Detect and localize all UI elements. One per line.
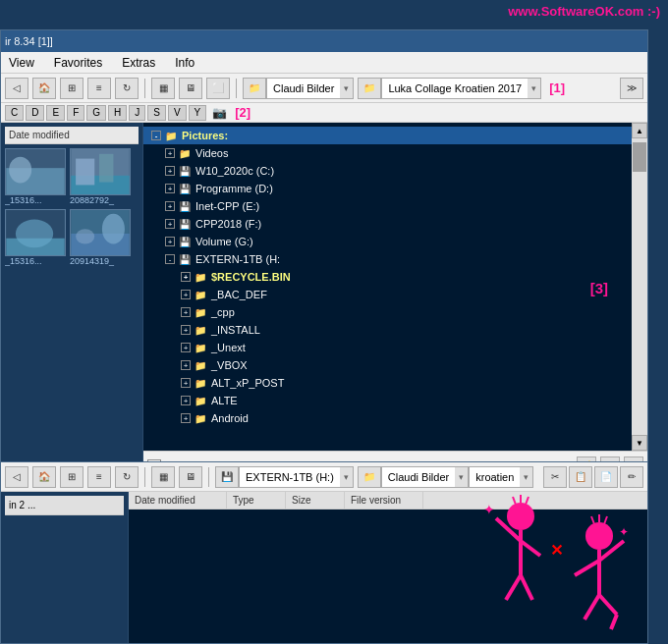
s-path-2[interactable]: Claudi Bilder [381,466,455,488]
tree-item-c-drive[interactable]: + 💾 W10_2020c (C:) [143,162,647,180]
tree-item-videos[interactable]: + 📁 Videos [143,144,647,162]
s-back-btn[interactable]: ◁ [5,466,28,488]
split-btn[interactable]: ⬜ [206,78,230,99]
svg-rect-6 [99,154,113,183]
s-edit-btn[interactable]: ✏ [620,466,643,488]
expand-icon-e[interactable]: + [165,201,175,211]
s-mon-btn[interactable]: 🖥 [179,466,202,488]
folder-icon-vbox: 📁 [194,358,207,372]
tree-item-d-drive[interactable]: + 💾 Programme (D:) [143,180,647,197]
tree-label-h: EXTERN-1TB (H: [195,253,280,265]
tree-item-pictures[interactable]: - 📁 Pictures: [143,127,647,144]
expand-icon-cpp[interactable]: + [181,307,191,317]
menu-favorites[interactable]: Favorites [50,54,106,72]
alpha-tab-y[interactable]: Y [189,105,207,121]
alpha-tab-d[interactable]: D [26,105,44,121]
s-paste-btn[interactable]: 📄 [594,466,618,488]
svg-point-13 [76,229,94,243]
s-path-3[interactable]: kroatien [469,466,520,488]
alpha-tab-c[interactable]: C [5,105,24,121]
expand-icon-bac[interactable]: + [181,290,191,299]
nav-icon[interactable]: 🏠 [32,78,56,99]
thumb-label-3: _15316... [5,256,66,266]
alpha-tab-e[interactable]: E [46,105,65,121]
tree-item-f-drive[interactable]: + 💾 CPP2018 (F:) [143,215,647,233]
view-btn[interactable]: ≡ [87,78,111,99]
tree-item-recycle[interactable]: + 📁 $RECYCLE.BIN [143,268,647,286]
expand-icon-d[interactable]: + [165,184,175,193]
expand-icon-vbox[interactable]: + [181,360,191,370]
s-cut-btn[interactable]: ✂ [543,466,567,488]
menu-extras[interactable]: Extras [118,54,159,72]
alpha-bar: C D E F G H J S V Y 📷 [2] [1,103,647,123]
s-home-btn[interactable]: 🏠 [32,466,56,488]
col-version[interactable]: File version [345,492,423,509]
path-arrow-2[interactable]: ▾ [528,78,541,99]
path-arrow-1[interactable]: ▾ [340,78,354,99]
alpha-tab-j[interactable]: J [129,105,145,121]
expand-icon-f[interactable]: + [165,219,175,229]
tree-label-vbox: _VBOX [211,359,248,371]
col-type[interactable]: Type [227,492,286,509]
tree-item-install[interactable]: + 📁 _INSTALL [143,321,647,339]
s-copy-btn[interactable]: 📋 [569,466,592,488]
tree-item-vbox[interactable]: + 📁 _VBOX [143,356,647,374]
view-mode-btn[interactable]: ▦ [151,78,175,99]
title-text: ir 8.34 [1]] [5,35,53,47]
scroll-up-btn[interactable]: ▲ [632,123,647,138]
s-path-arrow-3[interactable]: ▾ [520,466,533,488]
expand-icon-unext[interactable]: + [181,343,191,352]
s-path-arrow-1[interactable]: ▾ [340,466,354,488]
s-view-btn[interactable]: ▦ [151,466,175,488]
tree-scrollbar[interactable]: ▲ ▼ [632,123,647,451]
layout-btn[interactable]: 🖥 [179,78,202,99]
tree-item-android[interactable]: + 📁 Android [143,409,647,427]
expand-icon-c[interactable]: + [165,166,175,176]
back-button[interactable]: ◁ [5,78,28,99]
tree-item-e-drive[interactable]: + 💾 Inet-CPP (E:) [143,197,647,215]
tree-label-e: Inet-CPP (E:) [195,200,259,212]
tree-item-alt-xp[interactable]: + 📁 ALT_xP_POST [143,374,647,392]
tree-item-unext[interactable]: + 📁 _Unext [143,339,647,356]
tree-item-g-drive[interactable]: + 💾 Volume (G:) [143,233,647,250]
expand-icon-install[interactable]: + [181,325,191,335]
expand-btn[interactable]: ≫ [620,78,643,99]
alpha-tab-f[interactable]: F [67,105,84,121]
path-seg-1[interactable]: Claudi Bilder [266,78,340,99]
path-seg-2[interactable]: Luka Collage Kroatien 2017 [381,78,528,99]
expand-icon-altxp[interactable]: + [181,378,191,388]
menu-view[interactable]: View [5,54,38,72]
thumb-item-3[interactable]: _15316... [5,209,66,266]
thumb-item-4[interactable]: 20914319_ [70,209,131,266]
expand-icon-h[interactable]: - [165,254,175,264]
scroll-thumb[interactable] [633,142,646,172]
tree-item-cpp[interactable]: + 📁 _cpp [143,303,647,321]
refresh-btn[interactable]: ↻ [115,78,139,99]
s-path-1[interactable]: EXTERN-1TB (H:) [239,466,340,488]
expand-icon-pictures[interactable]: - [151,131,161,140]
scroll-down-btn[interactable]: ▼ [632,435,647,451]
s-path-arrow-2[interactable]: ▾ [455,466,469,488]
alpha-tab-v[interactable]: V [168,105,187,121]
expand-icon-g[interactable]: + [165,237,175,246]
s-grid-btn[interactable]: ⊞ [60,466,84,488]
expand-icon-recycle[interactable]: + [181,272,191,282]
col-size[interactable]: Size [286,492,345,509]
grid-view-btn[interactable]: ⊞ [60,78,84,99]
thumb-item-2[interactable]: 20882792_ [70,148,131,205]
thumb-item-1[interactable]: _15316... [5,148,66,205]
main-toolbar: ◁ 🏠 ⊞ ≡ ↻ ▦ 🖥 ⬜ 📁 Claudi Bilder ▾ 📁 Luka… [1,74,647,103]
expand-icon-android[interactable]: + [181,413,191,423]
menu-info[interactable]: Info [171,54,198,72]
tree-item-bac-def[interactable]: + 📁 _BAC_DEF [143,286,647,303]
alpha-tab-h[interactable]: H [108,105,127,121]
alpha-tab-g[interactable]: G [86,105,106,121]
s-list-btn[interactable]: ≡ [87,466,111,488]
expand-icon-alte[interactable]: + [181,396,191,405]
tree-item-h-drive[interactable]: - 💾 EXTERN-1TB (H: [143,250,647,268]
alpha-tab-s[interactable]: S [147,105,166,121]
tree-item-alte[interactable]: + 📁 ALTE [143,392,647,409]
col-date-modified[interactable]: Date modified [129,492,227,509]
s-refresh-btn[interactable]: ↻ [115,466,139,488]
expand-icon-videos[interactable]: + [165,148,175,158]
